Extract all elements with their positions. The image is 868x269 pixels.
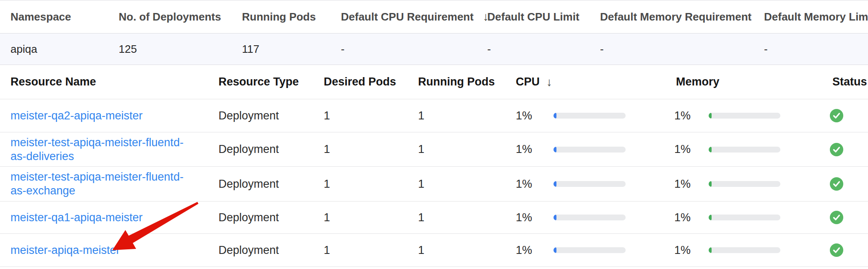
memory-percent: 1% [674, 109, 709, 122]
resource-row-1: meister-qa2-apiqa-meister Deployment 1 1… [0, 99, 868, 132]
memory-usage-fill [709, 113, 712, 119]
resource-type: Deployment [218, 244, 324, 257]
cpu-percent: 1% [516, 244, 554, 257]
namespace-name: apiqa [0, 43, 119, 56]
cpu-usage-bar [554, 181, 626, 187]
desired-pods-value: 1 [324, 143, 418, 156]
cpu-percent: 1% [516, 109, 554, 122]
memory-usage-fill [709, 147, 712, 153]
running-pods-value: 1 [418, 244, 516, 257]
desired-pods-value: 1 [324, 244, 418, 257]
header-cpu[interactable]: CPU ↓ [516, 75, 674, 89]
memory-usage-bar [709, 247, 780, 253]
memory-percent: 1% [674, 178, 709, 191]
resource-table: Resource Name Resource Type Desired Pods… [0, 65, 868, 267]
memory-usage-bar [709, 113, 780, 119]
namespace-table-header: Namespace No. of Deployments Running Pod… [0, 0, 868, 34]
cpu-percent: 1% [516, 178, 554, 191]
header-memory: Memory [674, 75, 828, 88]
cpu-usage-fill [554, 147, 556, 153]
header-resource-name: Resource Name [0, 75, 218, 88]
header-running-pods-2: Running Pods [418, 75, 516, 88]
cpu-usage-fill [554, 181, 556, 187]
resource-name-link[interactable]: meister-test-apiqa-meister-fluentd-as-de… [10, 136, 184, 163]
header-running-pods: Running Pods [242, 10, 341, 23]
resource-type: Deployment [218, 211, 324, 224]
cpu-percent: 1% [516, 143, 554, 156]
resource-table-header: Resource Name Resource Type Desired Pods… [0, 65, 868, 99]
header-namespace: Namespace [0, 10, 119, 23]
cpu-usage-bar [554, 215, 626, 220]
status-healthy-icon [830, 143, 868, 156]
resource-type: Deployment [218, 143, 324, 156]
resource-type: Deployment [218, 178, 324, 191]
resource-name-link[interactable]: meister-test-apiqa-meister-fluentd-as-ex… [10, 171, 184, 197]
cpu-usage-fill [554, 247, 556, 253]
namespace-memory-limit-value: - [764, 43, 868, 56]
desired-pods-value: 1 [324, 109, 418, 122]
memory-usage-bar [709, 181, 780, 187]
running-pods-value: 1 [418, 211, 516, 224]
cpu-usage-bar [554, 247, 626, 253]
resource-type: Deployment [218, 109, 324, 122]
memory-usage-bar [709, 215, 780, 220]
resource-name-link[interactable]: meister-qa1-apiqa-meister [10, 211, 143, 224]
header-default-cpu-limit: Default CPU Limit [487, 10, 600, 23]
resource-row-3: meister-test-apiqa-meister-fluentd-as-ex… [0, 167, 868, 202]
cpu-usage-fill [554, 215, 556, 220]
memory-usage-fill [709, 181, 712, 187]
cpu-usage-bar [554, 113, 626, 119]
namespace-table: Namespace No. of Deployments Running Pod… [0, 0, 868, 65]
header-status: Status [828, 75, 868, 88]
memory-usage-bar [709, 147, 780, 153]
header-deployments: No. of Deployments [119, 10, 242, 23]
cpu-usage-fill [554, 113, 556, 119]
status-healthy-icon [830, 109, 868, 122]
memory-usage-fill [709, 247, 712, 253]
status-healthy-icon [830, 243, 868, 257]
resource-row-2: meister-test-apiqa-meister-fluentd-as-de… [0, 132, 868, 167]
desired-pods-value: 1 [324, 211, 418, 224]
status-healthy-icon [830, 177, 868, 191]
namespace-row-apiqa[interactable]: apiqa 125 117 - - - - [0, 34, 868, 65]
workloads-dashboard: Namespace No. of Deployments Running Pod… [0, 0, 868, 269]
header-default-memory-requirement: Default Memory Requirement [600, 10, 764, 23]
header-default-cpu-requirement[interactable]: Default CPU Requirement ↓ [341, 10, 487, 23]
status-healthy-icon [830, 211, 868, 224]
resource-name-link[interactable]: meister-apiqa-meister [10, 244, 120, 256]
resource-row-5: meister-apiqa-meister Deployment 1 1 1% … [0, 234, 868, 267]
memory-percent: 1% [674, 211, 709, 224]
namespace-running-pods-count: 117 [242, 43, 341, 56]
desired-pods-value: 1 [324, 178, 418, 191]
header-desired-pods: Desired Pods [324, 75, 418, 88]
memory-percent: 1% [674, 244, 709, 257]
resource-row-4: meister-qa1-apiqa-meister Deployment 1 1… [0, 202, 868, 234]
memory-usage-fill [709, 215, 712, 220]
namespace-deployments-count: 125 [119, 43, 242, 56]
memory-percent: 1% [674, 143, 709, 156]
header-default-memory-limit: Default Memory Limit [764, 10, 868, 23]
cpu-usage-bar [554, 147, 626, 153]
namespace-memory-requirement-value: - [600, 43, 764, 56]
namespace-cpu-requirement-value: - [341, 43, 487, 56]
running-pods-value: 1 [418, 143, 516, 156]
header-default-cpu-requirement-label: Default CPU Requirement [341, 10, 473, 23]
header-cpu-label: CPU [516, 75, 540, 88]
header-resource-type: Resource Type [218, 75, 324, 88]
resource-name-link[interactable]: meister-qa2-apiqa-meister [10, 109, 143, 122]
sort-descending-icon: ↓ [546, 75, 552, 89]
namespace-cpu-limit-value: - [487, 43, 600, 56]
running-pods-value: 1 [418, 178, 516, 191]
running-pods-value: 1 [418, 109, 516, 122]
cpu-percent: 1% [516, 211, 554, 224]
